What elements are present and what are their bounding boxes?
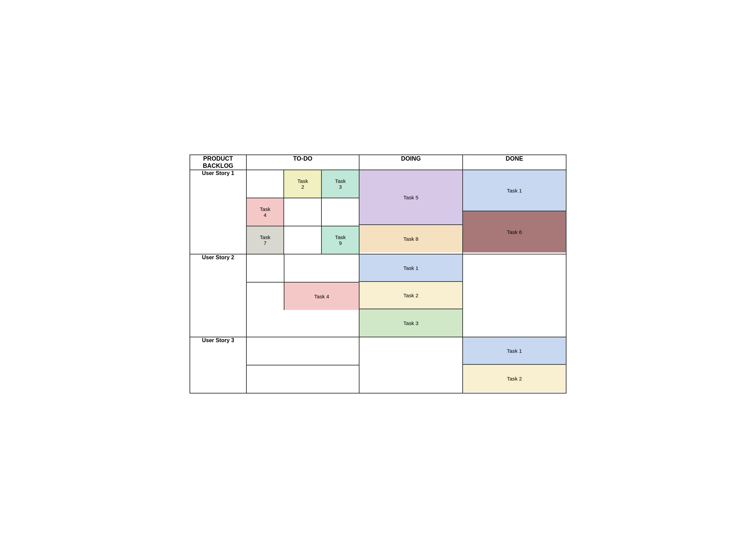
story-3-row: User Story 3 xyxy=(190,337,566,393)
todo-r1c1 xyxy=(247,170,284,198)
board-table: PRODUCT BACKLOG TO-DO DOING DONE User St… xyxy=(190,154,566,394)
todo-row-3: Task7 Task9 xyxy=(247,226,359,254)
story-1-done: Task 1 Task 6 xyxy=(463,170,566,254)
header-done: DONE xyxy=(463,155,566,170)
header-doing: DOING xyxy=(359,155,463,170)
todo-r1c2-task2: Task2 xyxy=(284,170,322,198)
story-2-label: User Story 2 xyxy=(190,254,246,337)
doing-task5: Task 5 xyxy=(359,170,462,225)
story-1-todo: Task2 Task3 Task4 Task7 xyxy=(246,170,359,254)
story-2-doing: Task 1 Task 2 Task 3 xyxy=(359,254,463,337)
todo2-r1c1 xyxy=(247,254,284,282)
todo-r3c1-task7: Task7 xyxy=(247,226,284,254)
done3-task2: Task 2 xyxy=(463,365,566,392)
story-1-todo-grid: Task2 Task3 Task4 Task7 xyxy=(247,170,359,254)
todo3-row-1 xyxy=(247,337,359,365)
todo-row-1: Task2 Task3 xyxy=(247,170,359,198)
story-2-todo: Task 4 xyxy=(246,254,359,337)
done3-task1: Task 1 xyxy=(463,337,566,365)
story-1-done-inner: Task 1 Task 6 xyxy=(463,170,566,252)
story-1-doing: Task 5 Task 8 xyxy=(359,170,463,254)
kanban-board: PRODUCT BACKLOG TO-DO DOING DONE User St… xyxy=(190,154,566,394)
todo-r3c3-task9: Task9 xyxy=(322,226,359,254)
todo3-row-2 xyxy=(247,365,359,393)
story-2-todo-grid: Task 4 xyxy=(247,254,359,310)
todo-r1c3-task3: Task3 xyxy=(322,170,359,198)
todo2-r2c1 xyxy=(247,283,284,310)
todo-r3c2 xyxy=(284,226,322,254)
todo-r2c1-task4: Task4 xyxy=(247,198,284,226)
todo2-r1c23 xyxy=(284,254,359,282)
story-3-label: User Story 3 xyxy=(190,337,246,393)
story-3-todo xyxy=(246,337,359,393)
story-2-doing-inner: Task 1 Task 2 Task 3 xyxy=(359,254,462,337)
todo2-row-2: Task 4 xyxy=(247,283,359,310)
story-3-done-inner: Task 1 Task 2 xyxy=(463,337,566,392)
todo2-r2-task4: Task 4 xyxy=(284,283,359,310)
doing2-task1: Task 1 xyxy=(359,254,462,282)
header-backlog: PRODUCT BACKLOG xyxy=(190,155,246,170)
todo3-r2 xyxy=(247,365,359,393)
header-todo: TO-DO xyxy=(246,155,359,170)
doing2-task3: Task 3 xyxy=(359,309,462,337)
story-3-done: Task 1 Task 2 xyxy=(463,337,566,393)
story-1-doing-inner: Task 5 Task 8 xyxy=(359,170,462,252)
todo-r2c2 xyxy=(284,198,322,226)
story-3-todo-grid xyxy=(247,337,359,393)
todo3-r1 xyxy=(247,337,359,365)
done-task1: Task 1 xyxy=(463,170,566,211)
story-3-doing xyxy=(359,337,463,393)
story-2-row: User Story 2 Task 4 xyxy=(190,254,566,337)
done-task6: Task 6 xyxy=(463,211,566,252)
doing-task8: Task 8 xyxy=(359,225,462,252)
todo-r2c3 xyxy=(322,198,359,226)
story-2-done xyxy=(463,254,566,337)
todo2-row-1 xyxy=(247,254,359,283)
story-1-row: User Story 1 Task2 Task3 Task4 xyxy=(190,170,566,254)
doing2-task2: Task 2 xyxy=(359,282,462,309)
story-1-label: User Story 1 xyxy=(190,170,246,254)
todo-row-2: Task4 xyxy=(247,198,359,226)
